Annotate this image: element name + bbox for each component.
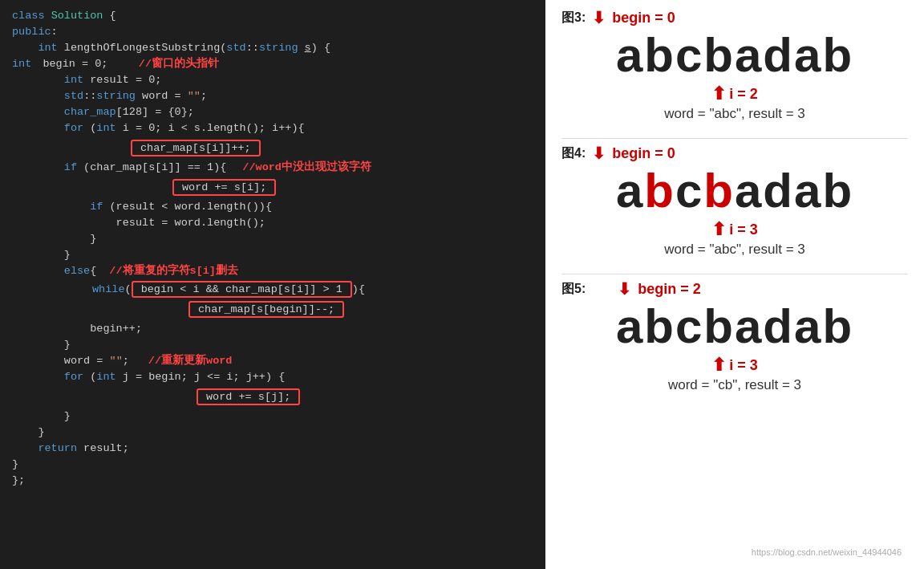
fig5-section: 图5: ⬇ begin = 2 abcbadab ⬆ i = 3 word = …	[561, 279, 908, 396]
charmap-line: char_map[128] = {0};	[12, 104, 533, 120]
word-line: std::string word = "";	[12, 88, 533, 104]
if-comment-line: if (char_map[s[i]] == 1){ //word中没出现过该字符	[12, 160, 533, 176]
fig5-begin-arrow: ⬇	[618, 279, 631, 299]
result-assign-line: result = word.length();	[12, 215, 533, 231]
fig5-result: word = "cb", result = 3	[561, 377, 908, 393]
for2-close: }	[12, 408, 533, 425]
fig3-i-arrow: ⬆	[711, 83, 726, 104]
divider1	[561, 138, 908, 139]
watermark: https://blog.csdn.net/weixin_44944046	[752, 547, 902, 557]
inner-close2: }	[12, 247, 533, 263]
else-line: else{ //将重复的字符s[i]删去	[12, 263, 533, 279]
fig4-begin-arrow: ⬇	[592, 144, 606, 163]
class-close: };	[12, 473, 533, 489]
fig3-label: 图3: ⬇ begin = 0	[561, 8, 908, 27]
fig5-i-indicator: ⬆ i = 3	[561, 355, 908, 376]
public-line: public:	[12, 24, 533, 40]
word-j-box: word += s[j];	[197, 387, 533, 407]
while-close: }	[12, 337, 533, 353]
for-line: for (int i = 0; i < s.length(); i++){	[12, 120, 533, 136]
word-reset-line: word = ""; //重新更新word	[12, 353, 533, 369]
outer-close1: }	[12, 425, 533, 441]
for2-line: for (int j = begin; j <= i; j++) {	[12, 369, 533, 385]
fig5-i-arrow: ⬆	[711, 355, 726, 376]
fig4-result: word = "abc", result = 3	[561, 242, 908, 258]
fn-close: }	[12, 457, 533, 473]
class-line: class Solution {	[12, 8, 533, 24]
code-panel: class Solution { public: int lengthOfLon…	[0, 0, 545, 569]
fig5-word: abcbadab	[561, 300, 908, 353]
word-append-box: word += s[i];	[172, 177, 533, 197]
charmap-decr-box: char_map[s[begin]]--;	[188, 299, 533, 319]
fn-sig-line: int lengthOfLongestSubstring(std::string…	[12, 40, 533, 56]
fig3-word: abcbadab	[561, 29, 908, 82]
begin-line: int begin = 0; //窗口的头指针	[12, 56, 533, 72]
fig3-result: word = "abc", result = 3	[561, 106, 908, 122]
fig4-label: 图4: ⬇ begin = 0	[561, 144, 908, 163]
inner-close1: }	[12, 231, 533, 247]
fig4-i-indicator: ⬆ i = 3	[561, 219, 908, 240]
if-result-line: if (result < word.length()){	[12, 199, 533, 215]
fig4-i-arrow: ⬆	[711, 219, 726, 240]
begin-incr-line: begin++;	[12, 321, 533, 337]
fig4-section: 图4: ⬇ begin = 0 abcbadab ⬆ i = 3 word = …	[561, 144, 908, 261]
return-line: return result;	[12, 441, 533, 457]
fig4-word: abcbadab	[561, 165, 908, 217]
fig3-section: 图3: ⬇ begin = 0 abcbadab ⬆ i = 2 word = …	[561, 8, 908, 125]
charmap-incr-box: char_map[s[i]]++;	[131, 138, 533, 158]
fig5-label: 图5: ⬇ begin = 2	[561, 279, 908, 299]
divider2	[561, 274, 908, 274]
diagram-panel: 图3: ⬇ begin = 0 abcbadab ⬆ i = 2 word = …	[545, 0, 924, 569]
result-line: int result = 0;	[12, 72, 533, 88]
fig3-begin-arrow: ⬇	[592, 8, 606, 27]
while-line: while( begin < i && char_map[s[i]] > 1 )…	[92, 281, 533, 298]
fig3-i-indicator: ⬆ i = 2	[561, 83, 908, 104]
